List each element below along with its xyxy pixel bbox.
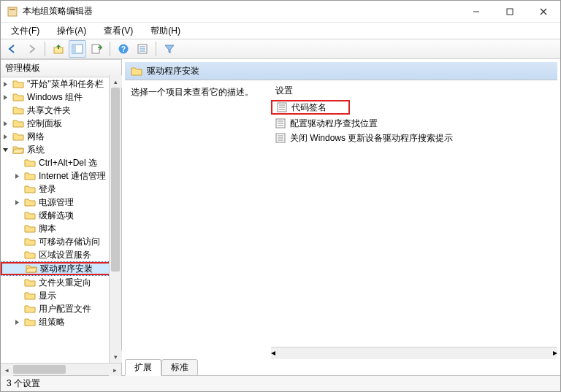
folder-icon [12, 105, 24, 115]
titlebar: 本地组策略编辑器 [1, 1, 560, 23]
help-button[interactable]: ? [115, 40, 132, 58]
main-area: 管理模板 "开始"菜单和任务栏Windows 组件共享文件夹控制面板网络系统Ct… [1, 59, 560, 375]
setting-label: 配置驱动程序查找位置 [290, 118, 378, 130]
expander-closed-icon[interactable] [2, 94, 12, 101]
details-title: 驱动程序安装 [147, 65, 199, 77]
folder-icon [24, 223, 36, 234]
close-button[interactable] [527, 1, 560, 22]
tree-node[interactable]: 控制面板 [1, 117, 121, 130]
folder-icon [24, 171, 36, 181]
folder-icon [24, 250, 36, 260]
tree-node[interactable]: Ctrl+Alt+Del 选 [1, 156, 121, 169]
expander-closed-icon[interactable] [14, 199, 24, 206]
setting-label: 代码签名 [291, 101, 327, 114]
up-button[interactable] [50, 40, 67, 58]
back-button[interactable] [4, 40, 21, 58]
tree-node[interactable]: 电源管理 [1, 196, 121, 209]
tree-node-label: Internet 通信管理 [39, 170, 106, 182]
properties-button[interactable] [134, 40, 151, 58]
menu-file[interactable]: 文件(F) [5, 23, 45, 39]
setting-item[interactable]: 关闭 Windows 更新设备驱动程序搜索提示 [271, 131, 557, 145]
tree-vertical-scrollbar[interactable]: ▴ ▾ [109, 75, 121, 363]
tab-standard[interactable]: 标准 [161, 359, 198, 376]
menu-view[interactable]: 查看(V) [98, 23, 139, 39]
scroll-down-arrow[interactable]: ▾ [110, 350, 122, 363]
policy-icon [275, 118, 286, 128]
tree-node-label: 用户配置文件 [39, 303, 91, 315]
tab-extended[interactable]: 扩展 [125, 359, 161, 376]
svg-rect-8 [72, 45, 76, 53]
app-icon [7, 6, 18, 18]
expander-closed-icon[interactable] [2, 134, 12, 140]
view-tabs: 扩展 标准 [122, 359, 560, 375]
tree-horizontal-scrollbar[interactable]: ◂ ▸ [1, 363, 121, 375]
folder-icon [24, 304, 36, 314]
tree-node-label: 文件夹重定向 [39, 277, 91, 289]
expander-closed-icon[interactable] [14, 173, 24, 180]
forward-button[interactable] [23, 40, 40, 58]
filter-button[interactable] [161, 40, 178, 58]
scroll-left-arrow[interactable]: ◂ [1, 364, 13, 376]
scroll-right-arrow[interactable]: ▸ [109, 364, 121, 376]
tree-node[interactable]: 组策略 [1, 315, 121, 328]
folder-icon [24, 277, 36, 288]
expander-closed-icon[interactable] [2, 81, 12, 88]
expander-closed-icon[interactable] [2, 120, 12, 127]
tree-node-label: 显示 [39, 290, 56, 302]
folder-icon [12, 92, 24, 102]
toolbar-separator [156, 42, 156, 56]
tree-node[interactable]: 网络 [1, 130, 121, 143]
setting-item[interactable]: 配置驱动程序查找位置 [271, 116, 557, 131]
svg-text:?: ? [121, 45, 126, 53]
tree-node-label: 脚本 [39, 223, 56, 235]
window-title: 本地组策略编辑器 [23, 5, 93, 18]
show-hide-tree-button[interactable] [69, 40, 86, 58]
details-horizontal-scrollbar[interactable]: ◂ ▸ [271, 347, 557, 359]
folder-icon [24, 197, 36, 207]
scroll-up-arrow[interactable]: ▴ [110, 75, 122, 88]
tree-node[interactable]: 系统 [1, 143, 121, 156]
tree-node[interactable]: 文件夹重定向 [1, 276, 121, 289]
tree-header[interactable]: 管理模板 [1, 59, 121, 77]
tree-node[interactable]: 共享文件夹 [1, 104, 121, 117]
tree-node[interactable]: 登录 [1, 182, 121, 196]
maximize-button[interactable] [493, 1, 527, 22]
scroll-thumb[interactable] [13, 365, 66, 374]
tree-node[interactable]: Internet 通信管理 [1, 169, 121, 182]
tree-node-label: 登录 [39, 183, 56, 196]
tree-node[interactable]: 缓解选项 [1, 209, 121, 222]
tree: "开始"菜单和任务栏Windows 组件共享文件夹控制面板网络系统Ctrl+Al… [1, 77, 121, 328]
folder-icon [12, 79, 24, 89]
menu-help[interactable]: 帮助(H) [145, 23, 186, 39]
tree-node[interactable]: Windows 组件 [1, 91, 121, 104]
scroll-thumb[interactable] [111, 88, 120, 272]
setting-item[interactable]: 代码签名 [271, 100, 350, 115]
tree-node-label: 共享文件夹 [27, 104, 71, 117]
tree-node[interactable]: 用户配置文件 [1, 302, 121, 315]
minimize-button[interactable] [459, 1, 493, 22]
tree-node[interactable]: 驱动程序安装 [1, 262, 120, 275]
tree-node[interactable]: 可移动存储访问 [1, 235, 121, 248]
tree-node[interactable]: 显示 [1, 289, 121, 302]
expander-open-icon[interactable] [2, 147, 12, 153]
tree-node-label: Ctrl+Alt+Del 选 [39, 157, 97, 169]
folder-icon [24, 158, 36, 168]
scroll-right-arrow[interactable]: ▸ [553, 347, 557, 359]
settings-list: 设置 代码签名配置驱动程序查找位置关闭 Windows 更新设备驱动程序搜索提示… [271, 80, 557, 359]
column-header-setting[interactable]: 设置 [271, 83, 557, 99]
menu-action[interactable]: 操作(A) [51, 23, 92, 39]
folder-icon [12, 118, 24, 128]
tree-node-label: "开始"菜单和任务栏 [27, 78, 104, 91]
expander-closed-icon[interactable] [14, 319, 24, 326]
tree-node[interactable]: 区域设置服务 [1, 248, 121, 261]
tree-node-label: 缓解选项 [39, 210, 74, 222]
tree-node[interactable]: 脚本 [1, 222, 121, 235]
tree-node[interactable]: "开始"菜单和任务栏 [1, 77, 121, 91]
window-controls [459, 1, 560, 22]
export-button[interactable] [88, 40, 105, 58]
toolbar: ? [1, 39, 560, 59]
tree-node-label: 网络 [27, 131, 45, 143]
tree-node-label: 驱动程序安装 [40, 263, 93, 275]
folder-icon [24, 237, 36, 247]
tree-node-label: 电源管理 [39, 196, 74, 209]
